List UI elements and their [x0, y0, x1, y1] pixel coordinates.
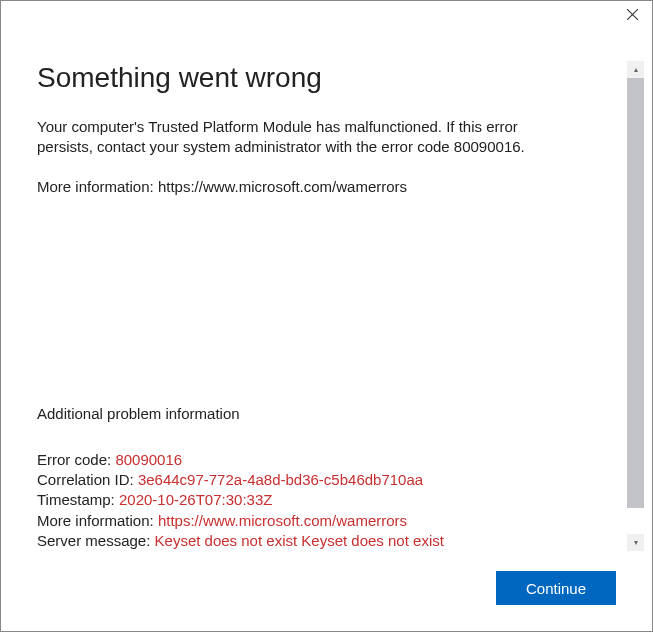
timestamp-label: Timestamp: — [37, 491, 119, 508]
detail-error-code: Error code: 80090016 — [37, 450, 611, 470]
detail-server: Server message: Keyset does not exist Ke… — [37, 531, 611, 551]
moreinfo-label: More information: — [37, 512, 158, 529]
server-label: Server message: — [37, 532, 155, 549]
continue-button[interactable]: Continue — [496, 571, 616, 605]
error-code-value: 80090016 — [115, 451, 182, 468]
detail-timestamp: Timestamp: 2020-10-26T07:30:33Z — [37, 490, 611, 510]
timestamp-value: 2020-10-26T07:30:33Z — [119, 491, 272, 508]
details-block: Error code: 80090016 Correlation ID: 3e6… — [37, 450, 611, 551]
scrollbar-thumb[interactable] — [627, 78, 644, 508]
additional-info-heading: Additional problem information — [37, 405, 611, 422]
scroll-up-button[interactable]: ▴ — [627, 61, 644, 78]
dialog-body: Something went wrong Your computer's Tru… — [1, 33, 652, 561]
correlation-value: 3e644c97-772a-4a8d-bd36-c5b46db710aa — [138, 471, 423, 488]
spacer — [37, 217, 611, 404]
detail-moreinfo: More information: https://www.microsoft.… — [37, 511, 611, 531]
server-value: Keyset does not exist Keyset does not ex… — [155, 532, 444, 549]
more-info-line: More information: https://www.microsoft.… — [37, 177, 577, 197]
error-dialog: Something went wrong Your computer's Tru… — [0, 0, 653, 632]
moreinfo-link[interactable]: https://www.microsoft.com/wamerrors — [158, 512, 407, 529]
scroll-down-button[interactable]: ▾ — [627, 534, 644, 551]
correlation-label: Correlation ID: — [37, 471, 138, 488]
close-button[interactable] — [612, 1, 652, 29]
chevron-up-icon: ▴ — [634, 65, 638, 74]
vertical-scrollbar[interactable]: ▴ ▾ — [627, 61, 644, 551]
detail-correlation: Correlation ID: 3e644c97-772a-4a8d-bd36-… — [37, 470, 611, 490]
error-message: Your computer's Trusted Platform Module … — [37, 117, 577, 158]
titlebar — [1, 1, 652, 33]
content-area: Something went wrong Your computer's Tru… — [37, 61, 627, 561]
chevron-down-icon: ▾ — [634, 538, 638, 547]
close-icon — [627, 6, 638, 24]
dialog-footer: Continue — [1, 561, 652, 631]
error-code-label: Error code: — [37, 451, 115, 468]
dialog-title: Something went wrong — [37, 61, 611, 95]
